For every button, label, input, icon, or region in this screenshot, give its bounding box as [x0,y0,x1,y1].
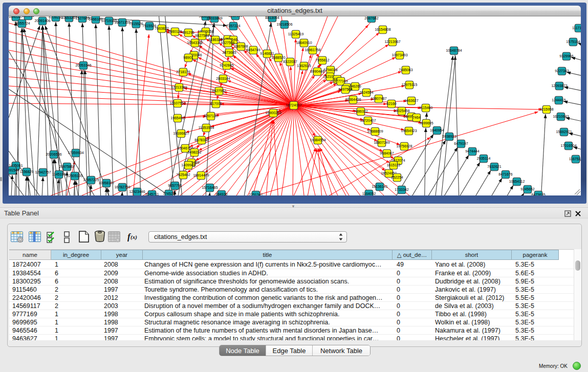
svg-text:9657791: 9657791 [168,184,182,187]
svg-text:2251341: 2251341 [249,193,263,195]
svg-text:18724007: 18724007 [286,103,301,107]
svg-text:6479197: 6479197 [454,142,468,145]
svg-text:12923446: 12923446 [129,190,145,193]
svg-text:1640954: 1640954 [430,128,444,132]
svg-text:8454749: 8454749 [246,48,260,52]
svg-text:12505135: 12505135 [67,174,82,178]
svg-text:7357224: 7357224 [226,24,240,28]
svg-text:1156829: 1156829 [20,170,34,173]
svg-text:8990448: 8990448 [310,70,324,73]
svg-text:2935114: 2935114 [477,157,491,160]
svg-text:1145194: 1145194 [52,172,66,176]
svg-text:9115460: 9115460 [419,106,433,110]
svg-text:17359934: 17359934 [68,151,83,155]
svg-text:19166827: 19166827 [173,132,189,135]
svg-text:24055724: 24055724 [14,21,30,25]
svg-text:869301: 869301 [22,16,34,17]
svg-text:10025458: 10025458 [394,109,409,113]
svg-text:16210643: 16210643 [553,115,569,118]
svg-text:9777169: 9777169 [334,79,347,83]
svg-text:8427552: 8427552 [212,89,226,93]
svg-text:9463627: 9463627 [404,99,418,102]
svg-text:9242845: 9242845 [220,63,233,67]
svg-text:417006: 417006 [210,102,222,105]
svg-text:1362615: 1362615 [297,64,311,68]
svg-text:3624554: 3624554 [359,91,373,94]
svg-text:9391544: 9391544 [9,168,19,172]
svg-text:12942757: 12942757 [35,170,51,174]
svg-text:1640557: 1640557 [9,16,23,18]
svg-text:20091406: 20091406 [34,19,50,23]
svg-text:(x): (x) [130,234,137,240]
svg-text:62160: 62160 [386,102,397,105]
svg-text:10807487: 10807487 [371,97,386,100]
svg-text:1527602: 1527602 [75,16,89,20]
svg-text:1575104: 1575104 [566,40,580,43]
svg-text:15900293: 15900293 [265,111,281,115]
svg-text:12213389: 12213389 [171,85,187,89]
svg-text:2718176: 2718176 [176,70,190,74]
svg-text:3873685: 3873685 [222,51,236,54]
svg-text:1588520: 1588520 [271,56,285,59]
svg-text:9327506: 9327506 [221,41,234,45]
svg-text:1409948: 1409948 [181,163,195,167]
svg-text:20364436: 20364436 [345,98,361,101]
svg-text:252254: 252254 [391,176,403,179]
svg-text:1882630: 1882630 [228,16,242,17]
svg-text:10973493: 10973493 [391,53,407,57]
svg-text:2087682: 2087682 [364,16,378,20]
svg-text:12975115: 12975115 [402,83,418,86]
svg-text:7464: 7464 [412,116,421,119]
svg-text:1167533: 1167533 [569,157,581,161]
svg-text:9827503: 9827503 [195,34,209,37]
svg-text:8322037: 8322037 [283,60,297,63]
svg-text:17957225: 17957225 [83,178,99,182]
svg-text:9699695: 9699695 [419,121,433,125]
svg-text:3215958: 3215958 [539,107,553,111]
svg-text:3498222: 3498222 [187,150,201,154]
svg-text:17016504: 17016504 [560,144,576,147]
svg-text:16154808: 16154808 [375,28,390,31]
svg-text:1965492: 1965492 [170,116,184,120]
svg-text:15716485: 15716485 [202,186,217,189]
svg-text:15720407: 15720407 [360,119,376,122]
svg-text:884930: 884930 [215,192,227,195]
svg-text:8813054: 8813054 [265,16,279,19]
svg-text:7386322: 7386322 [354,110,367,113]
svg-text:16033809: 16033809 [206,16,222,20]
svg-text:9684067: 9684067 [380,151,394,155]
svg-text:6497568: 6497568 [338,87,352,91]
svg-text:20975867: 20975867 [59,165,75,168]
svg-text:10654112: 10654112 [509,180,525,183]
svg-text:891295: 891295 [182,31,194,34]
svg-text:7955812: 7955812 [315,58,329,62]
svg-text:9227343: 9227343 [555,69,569,73]
svg-text:1117104: 1117104 [572,26,581,30]
svg-text:1164052: 1164052 [362,192,376,195]
svg-text:12213967: 12213967 [384,40,400,43]
svg-text:16671355: 16671355 [114,20,130,24]
svg-text:19384554: 19384554 [310,138,325,142]
svg-text:16961758: 16961758 [304,48,320,52]
svg-text:10648784: 10648784 [446,49,462,52]
svg-text:7625402: 7625402 [176,173,190,177]
svg-text:15136141: 15136141 [372,185,387,188]
svg-text:774521: 774521 [163,192,175,195]
svg-text:98901: 98901 [183,56,193,59]
svg-text:18807249: 18807249 [374,141,389,144]
svg-text:6794028: 6794028 [323,68,337,72]
svg-text:16543362: 16543362 [187,41,203,45]
svg-text:8471676: 8471676 [498,172,512,176]
svg-text:9474444: 9474444 [465,149,479,153]
svg-text:11325419: 11325419 [288,32,304,36]
svg-text:7485063: 7485063 [399,68,412,72]
svg-text:10958107: 10958107 [98,181,114,185]
svg-text:16914479: 16914479 [193,173,209,177]
svg-text:19218506: 19218506 [276,23,292,26]
svg-text:1733342: 1733342 [395,188,408,191]
svg-text:20053346: 20053346 [75,63,91,67]
svg-text:20206536: 20206536 [46,152,61,156]
svg-text:15692971: 15692971 [556,130,572,134]
svg-text:1244415: 1244415 [552,98,565,102]
svg-text:2867608: 2867608 [234,45,248,48]
